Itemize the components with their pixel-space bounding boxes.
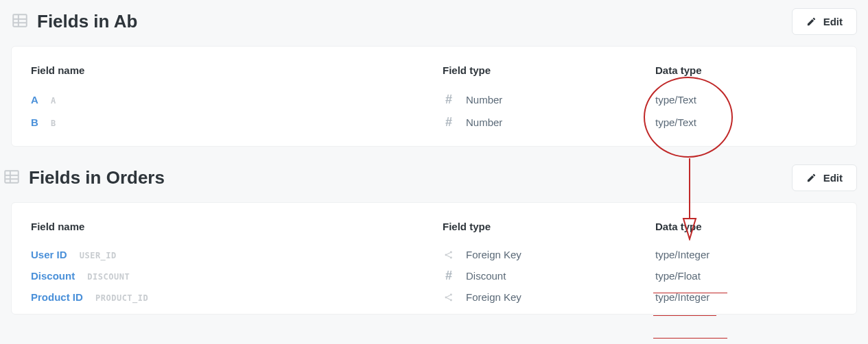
share-icon — [443, 292, 455, 303]
section-title: Fields in Ab — [37, 11, 137, 32]
hash-icon: # — [443, 115, 455, 130]
hash-icon: # — [443, 269, 455, 283]
table-icon — [11, 12, 29, 32]
edit-button[interactable]: Edit — [792, 8, 857, 35]
field-type-text: Number — [466, 116, 502, 128]
field-type-text: Foreign Key — [466, 249, 521, 260]
field-type-text: Foreign Key — [466, 291, 521, 303]
field-type-text: Discount — [466, 270, 506, 282]
data-type-text: type/Integer — [655, 249, 837, 260]
table-icon — [3, 168, 21, 188]
data-type-text: type/Text — [655, 116, 837, 128]
table-row: B b # Number type/Text — [31, 111, 837, 134]
pencil-icon — [806, 16, 817, 27]
table-row: A a # Number type/Text — [31, 88, 837, 111]
col-header-data: Data type — [655, 221, 837, 232]
section-header: Fields in Ab Edit — [11, 3, 857, 46]
field-dbname: a — [51, 96, 56, 106]
col-header-name: Field name — [31, 221, 443, 232]
svg-point-9 — [450, 251, 452, 253]
svg-point-13 — [450, 299, 452, 301]
edit-button-label: Edit — [823, 16, 843, 27]
section-fields-ab: Fields in Ab Edit Field name Field type … — [0, 0, 868, 147]
section-fields-orders: Fields in Orders Edit Field name Field t… — [0, 159, 868, 315]
col-header-name: Field name — [31, 64, 443, 76]
field-type-text: Number — [466, 94, 502, 106]
table-row: Discount DISCOUNT # Discount type/Float — [31, 265, 837, 287]
table-header: Field name Field type Data type — [31, 217, 837, 245]
data-type-text: type/Text — [655, 94, 837, 106]
field-link[interactable]: Product ID — [31, 291, 83, 303]
svg-rect-0 — [13, 14, 27, 26]
field-link[interactable]: B — [31, 116, 38, 128]
hash-icon: # — [443, 93, 455, 107]
col-header-type: Field type — [443, 221, 655, 232]
edit-button-label: Edit — [823, 172, 843, 184]
table-row: Product ID PRODUCT_ID Foreign Key type/I… — [31, 287, 837, 307]
field-link[interactable]: User ID — [31, 249, 67, 260]
table-row: User ID USER_ID Foreign Key type/Integer — [31, 245, 837, 265]
table-header: Field name Field type Data type — [31, 60, 837, 88]
fields-card: Field name Field type Data type A a # Nu… — [11, 46, 857, 147]
section-title: Fields in Orders — [29, 167, 165, 188]
fields-card: Field name Field type Data type User ID … — [11, 202, 857, 315]
field-link[interactable]: A — [31, 94, 38, 106]
data-type-text: type/Float — [655, 270, 837, 282]
field-dbname: PRODUCT_ID — [95, 293, 148, 303]
svg-point-11 — [445, 296, 447, 298]
pencil-icon — [806, 173, 817, 183]
share-icon — [443, 249, 455, 260]
col-header-data: Data type — [655, 64, 837, 76]
field-dbname: b — [51, 119, 56, 128]
edit-button[interactable]: Edit — [792, 164, 857, 191]
field-link[interactable]: Discount — [31, 270, 75, 282]
col-header-type: Field type — [443, 64, 655, 76]
field-dbname: DISCOUNT — [87, 272, 130, 282]
section-header: Fields in Orders Edit — [3, 159, 857, 202]
svg-point-8 — [445, 254, 447, 256]
svg-point-12 — [450, 293, 452, 295]
field-dbname: USER_ID — [80, 251, 117, 260]
svg-point-10 — [450, 256, 452, 258]
data-type-text: type/Integer — [655, 291, 837, 303]
svg-rect-4 — [5, 171, 19, 182]
